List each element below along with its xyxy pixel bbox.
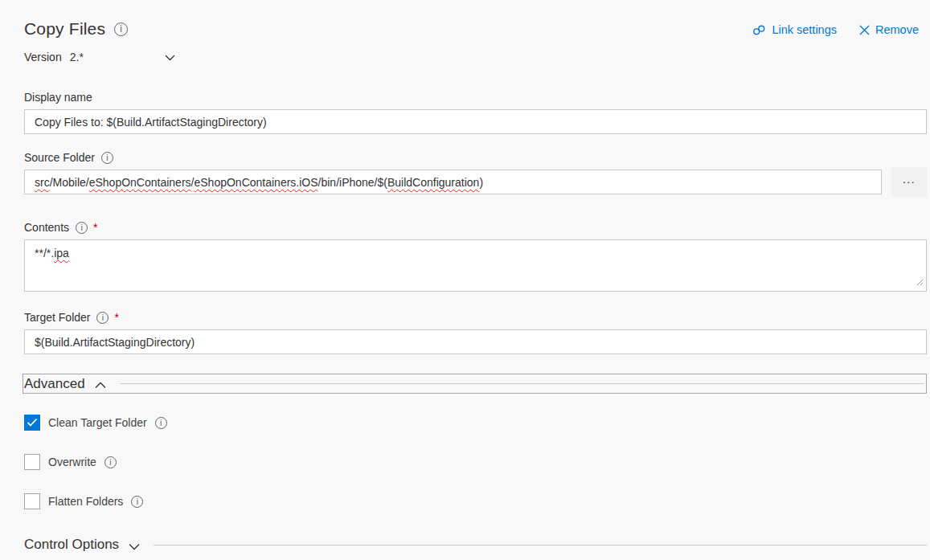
checkbox-flatten-folders[interactable]: Flatten Folders (24, 493, 930, 509)
value-segment: ipa (54, 247, 69, 260)
version-value: 2.* (70, 51, 165, 63)
task-header: Copy Files Link settings Remove (0, 0, 930, 39)
required-marker: * (114, 311, 118, 324)
checkbox-box[interactable] (24, 415, 40, 431)
display-name-input[interactable]: Copy Files to: $(Build.ArtifactStagingDi… (24, 109, 927, 134)
checkbox-box[interactable] (24, 493, 40, 509)
source-folder-input[interactable]: src/Mobile/eShopOnContainers/eShopOnCont… (24, 170, 882, 194)
contents-label: Contents (24, 221, 69, 234)
chevron-down-icon (129, 540, 140, 553)
resize-handle-icon[interactable] (916, 276, 924, 288)
section-advanced[interactable]: Advanced (23, 374, 927, 394)
section-divider (120, 383, 924, 384)
value-segment: /Mobile/ (50, 176, 89, 189)
value-segment: eShopOnContainers (89, 176, 191, 189)
info-icon[interactable] (101, 152, 113, 164)
section-control-options[interactable]: Control Options (24, 536, 927, 554)
value-segment: src (35, 176, 50, 189)
info-icon[interactable] (131, 496, 143, 508)
section-divider (154, 545, 927, 546)
info-icon[interactable] (155, 417, 167, 429)
display-name-value: Copy Files to: $(Build.ArtifactStagingDi… (35, 116, 267, 129)
info-icon[interactable] (96, 312, 109, 324)
link-settings-button[interactable]: Link settings (752, 23, 837, 36)
value-segment: eShopOnContainers.iOS (194, 176, 318, 189)
checkbox-overwrite[interactable]: Overwrite (24, 454, 930, 470)
link-settings-label: Link settings (772, 23, 837, 36)
contents-value: **/*.ipa (35, 247, 916, 260)
close-icon (859, 25, 870, 35)
chevron-down-icon (165, 51, 175, 63)
info-icon[interactable] (104, 456, 117, 468)
checkbox-label: Overwrite (48, 456, 96, 468)
target-folder-label: Target Folder (24, 311, 90, 324)
target-folder-value: $(Build.ArtifactStagingDirectory) (35, 336, 195, 349)
value-segment: /bin/iPhone/$( (318, 176, 387, 189)
value-segment: BuildConfiguration (387, 176, 479, 189)
display-name-label: Display name (24, 91, 92, 104)
version-dropdown[interactable]: Version 2.* (24, 51, 175, 63)
target-folder-input[interactable]: $(Build.ArtifactStagingDirectory) (24, 329, 927, 354)
contents-textarea[interactable]: **/*.ipa (24, 239, 927, 292)
value-segment: **/*. (35, 247, 54, 260)
control-options-section-label: Control Options (24, 537, 119, 553)
info-icon[interactable] (76, 222, 88, 234)
page-title: Copy Files (24, 19, 105, 39)
checkbox-label: Clean Target Folder (48, 416, 147, 429)
version-label: Version (24, 51, 62, 63)
remove-button[interactable]: Remove (859, 23, 919, 36)
value-segment: ) (479, 176, 483, 189)
remove-label: Remove (875, 23, 919, 36)
chevron-up-icon (95, 378, 106, 391)
advanced-section-label: Advanced (24, 376, 85, 392)
browse-button[interactable]: ... (891, 167, 927, 197)
info-icon[interactable] (114, 22, 128, 36)
checkbox-label: Flatten Folders (48, 495, 123, 508)
required-marker: * (93, 221, 97, 234)
source-folder-label: Source Folder (24, 151, 95, 164)
link-icon (752, 24, 766, 36)
checkbox-clean-target-folder[interactable]: Clean Target Folder (24, 415, 930, 431)
checkbox-box[interactable] (24, 454, 40, 470)
